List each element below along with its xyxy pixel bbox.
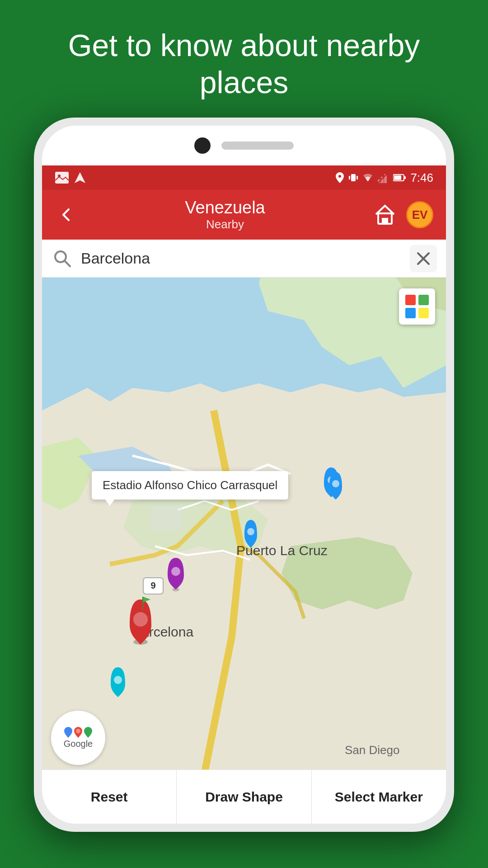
signal-status-icon xyxy=(378,172,389,183)
status-time: 7:46 xyxy=(410,171,433,185)
svg-text:9: 9 xyxy=(150,580,155,590)
wifi-status-icon xyxy=(362,173,373,182)
google-logo: Google xyxy=(51,711,105,765)
map-tooltip: Estadio Alfonso Chico Carrasquel xyxy=(92,471,288,500)
svg-rect-23 xyxy=(150,505,182,530)
bottom-bar: Reset Draw Shape Select Marker xyxy=(42,769,446,824)
back-arrow-icon xyxy=(59,208,73,222)
vibrate-status-icon xyxy=(349,172,358,183)
svg-rect-5 xyxy=(349,176,350,179)
search-bar xyxy=(42,240,446,278)
reset-label: Reset xyxy=(91,789,128,805)
grid-dot-blue xyxy=(405,308,416,318)
svg-rect-4 xyxy=(351,174,356,181)
camera-area xyxy=(42,126,446,165)
app-bar: Venezuela Nearby EV xyxy=(42,190,446,240)
status-right: 7:46 xyxy=(335,171,433,185)
svg-point-3 xyxy=(338,175,341,178)
select-marker-label: Select Marker xyxy=(335,789,423,805)
search-input[interactable] xyxy=(74,250,410,267)
svg-point-35 xyxy=(133,612,148,627)
select-marker-button[interactable]: Select Marker xyxy=(312,770,446,824)
camera-dot xyxy=(194,137,211,154)
google-pin-blue xyxy=(64,727,73,738)
google-pin-red xyxy=(74,727,83,738)
google-text: Google xyxy=(64,739,93,749)
map-grid-button[interactable] xyxy=(399,288,435,325)
clear-button[interactable] xyxy=(410,245,437,272)
svg-point-32 xyxy=(247,528,254,535)
svg-rect-6 xyxy=(357,176,358,179)
app-bar-actions: EV xyxy=(373,201,433,228)
grid-dot-yellow xyxy=(418,308,429,318)
draw-shape-button[interactable]: Draw Shape xyxy=(177,770,311,824)
search-icon xyxy=(53,250,71,268)
home-button[interactable] xyxy=(373,203,397,227)
grid-dot-red xyxy=(405,295,416,305)
draw-shape-label: Draw Shape xyxy=(205,789,283,805)
svg-point-38 xyxy=(332,480,339,487)
svg-rect-0 xyxy=(55,172,69,184)
svg-rect-12 xyxy=(394,175,401,180)
map-area[interactable]: 9 Puerto La Cruz Barcelona San Diego xyxy=(42,278,446,769)
speaker-bar xyxy=(221,142,294,150)
status-bar: 7:46 xyxy=(42,165,446,190)
app-bar-title: Venezuela Nearby xyxy=(77,198,373,231)
svg-marker-2 xyxy=(75,172,85,183)
reset-button[interactable]: Reset xyxy=(42,770,177,824)
ev-badge[interactable]: EV xyxy=(406,201,433,228)
headline-text: Get to know about nearby places xyxy=(0,27,488,101)
search-icon-wrap xyxy=(51,247,74,270)
location-status-icon xyxy=(335,172,344,183)
home-icon xyxy=(374,203,396,226)
status-left-icons xyxy=(55,171,86,184)
svg-point-33 xyxy=(114,676,122,684)
grid-dot-green xyxy=(418,295,429,305)
svg-rect-36 xyxy=(142,597,143,609)
phone-frame: 7:46 Venezuela Nearby xyxy=(34,118,454,832)
battery-status-icon xyxy=(393,174,406,182)
svg-line-17 xyxy=(65,261,70,266)
nav-status-icon xyxy=(74,171,86,184)
app-subtitle: Nearby xyxy=(77,217,373,231)
svg-text:San Diego: San Diego xyxy=(345,743,399,757)
map-svg: 9 Puerto La Cruz Barcelona San Diego xyxy=(42,278,446,769)
app-title: Venezuela xyxy=(77,198,373,217)
phone-inner: 7:46 Venezuela Nearby xyxy=(42,126,446,824)
clear-icon xyxy=(415,250,432,267)
image-status-icon xyxy=(55,171,69,184)
back-button[interactable] xyxy=(55,203,77,226)
svg-rect-13 xyxy=(404,176,406,179)
tooltip-text: Estadio Alfonso Chico Carrasquel xyxy=(103,478,277,492)
svg-rect-15 xyxy=(382,218,388,224)
svg-point-30 xyxy=(171,567,180,576)
google-pin-green xyxy=(84,727,93,738)
